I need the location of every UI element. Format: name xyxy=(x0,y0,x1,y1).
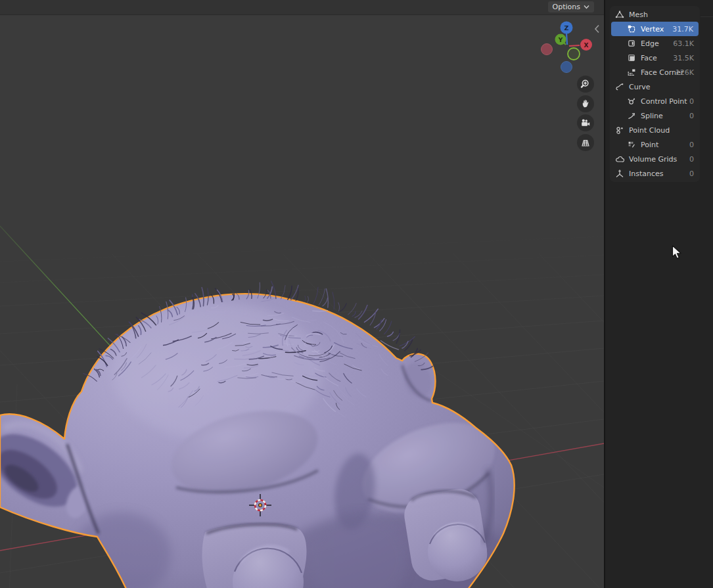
blender-window: Options Z Y X xyxy=(0,0,713,588)
gizmo-z-label: Z xyxy=(564,24,569,32)
options-label: Options xyxy=(553,3,580,11)
stat-value: 0 xyxy=(689,141,694,149)
spline-icon xyxy=(627,111,636,120)
left-eye xyxy=(202,524,306,588)
mesh-icon xyxy=(615,10,624,19)
gizmo-axis-x-neg[interactable] xyxy=(541,44,553,55)
data-domain-list: MeshVertex31.7KEdge63.1KFace31.5KFace Co… xyxy=(610,6,700,182)
stat-label: Curve xyxy=(629,83,650,91)
stat-value: 126K xyxy=(676,68,694,77)
viewport-header: Options xyxy=(0,0,604,15)
stat-row-spline[interactable]: Spline0 xyxy=(610,108,700,123)
stat-label: Mesh xyxy=(629,11,648,19)
stat-label: Control Point xyxy=(641,97,687,106)
options-button[interactable]: Options xyxy=(548,1,594,12)
spreadsheet-region[interactable]: MeshVertex31.7KEdge63.1KFace31.5KFace Co… xyxy=(604,0,713,588)
gizmo-axis-x[interactable]: X xyxy=(580,39,592,51)
stat-label: Volume Grids xyxy=(629,155,677,164)
stat-value: 0 xyxy=(689,112,694,120)
zoom-tool-button[interactable] xyxy=(577,76,594,93)
grid-fade xyxy=(0,196,604,307)
gizmo-axis-y[interactable]: Y xyxy=(555,34,566,45)
gizmo-y-label: Y xyxy=(558,37,563,43)
gizmo-axis-z[interactable]: Z xyxy=(561,22,573,34)
stat-label: Spline xyxy=(641,112,663,120)
stat-row-face[interactable]: Face31.5K xyxy=(610,51,700,65)
stat-row-mesh[interactable]: Mesh xyxy=(610,7,700,22)
grid-icon xyxy=(580,137,591,148)
stat-label: Edge xyxy=(641,39,659,48)
chevron-down-icon xyxy=(584,5,589,9)
edge-icon xyxy=(627,39,636,48)
stat-row-volume-grids[interactable]: Volume Grids0 xyxy=(610,152,700,166)
stat-value: 31.5K xyxy=(673,54,694,62)
face-icon xyxy=(627,53,636,62)
stat-label: Point xyxy=(641,141,658,149)
volume-grids-icon xyxy=(615,154,624,164)
magnifier-plus-icon xyxy=(580,79,591,89)
stat-value: 63.1K xyxy=(673,39,694,48)
gizmo-axis-z-neg[interactable] xyxy=(561,62,572,73)
stat-row-instances[interactable]: Instances0 xyxy=(610,166,700,181)
stat-row-edge[interactable]: Edge63.1K xyxy=(610,36,700,51)
stat-row-control-point[interactable]: Control Point0 xyxy=(610,94,700,108)
stat-label: Face xyxy=(641,54,657,62)
stat-value: 0 xyxy=(689,97,694,106)
face-corner-icon xyxy=(627,68,636,77)
viewport-3d[interactable]: Options Z Y X xyxy=(0,0,604,588)
stat-row-point-cloud[interactable]: Point Cloud xyxy=(610,123,700,137)
stat-label: Point Cloud xyxy=(629,126,670,135)
stat-label: Instances xyxy=(629,170,664,178)
chevron-left-icon xyxy=(593,24,601,34)
gizmo-x-label: X xyxy=(584,42,589,49)
camera-view-tool-button[interactable] xyxy=(577,114,594,131)
sidebar-collapse-arrow[interactable] xyxy=(593,24,601,34)
region-divider xyxy=(701,16,713,17)
stat-value: 0 xyxy=(689,170,694,178)
point-icon xyxy=(627,140,636,149)
stat-row-face-corner[interactable]: Face Corner126K xyxy=(610,65,700,79)
stat-row-point[interactable]: Point0 xyxy=(610,137,700,152)
viewport-canvas xyxy=(0,0,604,588)
hand-icon xyxy=(581,99,591,108)
stat-value: 31.7K xyxy=(672,25,693,34)
gizmo-axis-y-neg[interactable] xyxy=(568,48,580,60)
control-point-icon xyxy=(627,97,636,106)
camera-icon xyxy=(580,118,591,128)
stat-row-curve[interactable]: Curve xyxy=(610,79,700,94)
vertex-icon xyxy=(627,24,636,34)
pan-tool-button[interactable] xyxy=(577,95,594,112)
perspective-tool-button[interactable] xyxy=(577,134,594,151)
curve-icon xyxy=(615,82,624,91)
stat-label: Vertex xyxy=(641,25,664,34)
stat-value: 0 xyxy=(689,155,694,164)
instances-icon xyxy=(615,169,624,178)
point-cloud-icon xyxy=(615,125,624,135)
stat-row-vertex[interactable]: Vertex31.7K xyxy=(611,22,699,36)
navigation-gizmo[interactable]: Z Y X xyxy=(538,17,598,78)
